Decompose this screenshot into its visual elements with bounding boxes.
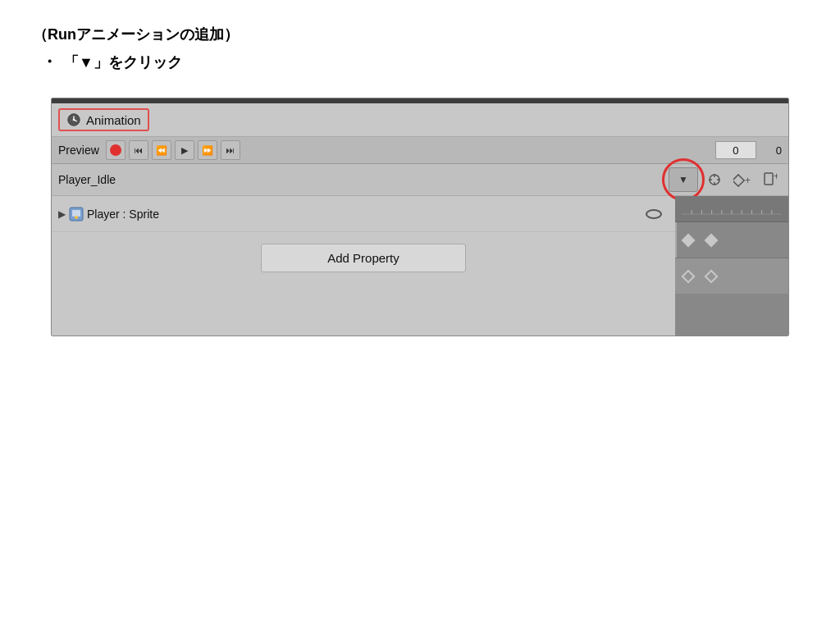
dropdown-btn-wrapper: ▼ xyxy=(669,167,698,192)
instruction-item-text: 「▼」をクリック xyxy=(64,52,182,72)
svg-text:+: + xyxy=(774,171,778,182)
animation-title-box: Animation xyxy=(58,108,149,131)
svg-rect-11 xyxy=(765,173,773,185)
main-area: ▶ Player : Sprite Add Property xyxy=(52,196,788,336)
svg-point-3 xyxy=(73,119,75,121)
dropdown-button[interactable]: ▼ xyxy=(669,167,698,192)
timeline-track-sprite xyxy=(675,258,788,294)
crosshair-icon xyxy=(706,171,723,188)
frame-label: 0 xyxy=(776,144,782,157)
animation-header: Animation xyxy=(52,103,788,137)
keyframe-diamond-1 xyxy=(682,233,696,247)
oval-icon xyxy=(646,209,662,219)
instruction-block: （Runアニメーションの追加） ・ 「▼」をクリック xyxy=(33,25,807,73)
diamond-plus-icon: + xyxy=(733,172,751,187)
clock-icon xyxy=(66,112,81,127)
animation-title-text: Animation xyxy=(86,113,141,127)
play-icon: ▶ xyxy=(181,145,188,156)
page-wrapper: （Runアニメーションの追加） ・ 「▼」をクリック Animation xyxy=(0,0,840,377)
instruction-item: ・ 「▼」をクリック xyxy=(41,51,807,73)
timeline-vertical-line xyxy=(675,222,677,258)
skip-to-start-button[interactable]: ⏮ xyxy=(129,140,148,160)
step-forward-icon: ⏩ xyxy=(202,145,213,156)
step-back-icon: ⏪ xyxy=(156,145,167,156)
add-event-button[interactable]: + xyxy=(759,168,782,191)
timeline-header-row xyxy=(675,196,788,222)
record-circle-icon xyxy=(110,144,121,156)
keyframe-diamond-outline-1 xyxy=(682,269,696,283)
timeline-ticks xyxy=(682,198,782,221)
dropdown-triangle-icon: ▼ xyxy=(678,174,688,185)
timeline-panel xyxy=(675,196,788,336)
clip-name: Player_Idle xyxy=(58,173,157,186)
skip-end-icon: ⏭ xyxy=(226,145,235,155)
play-button[interactable]: ▶ xyxy=(175,140,194,160)
instruction-title: （Runアニメーションの追加） xyxy=(33,25,807,44)
svg-rect-14 xyxy=(72,210,80,217)
skip-to-end-button[interactable]: ⏭ xyxy=(221,140,240,160)
add-property-row: Add Property xyxy=(52,232,675,284)
bullet-icon: ・ xyxy=(41,51,57,73)
svg-text:+: + xyxy=(745,175,751,186)
sprite-name: Player : Sprite xyxy=(87,208,646,221)
properties-panel: ▶ Player : Sprite Add Property xyxy=(52,196,675,336)
add-keyframe-button[interactable]: + xyxy=(731,168,754,191)
skip-start-icon: ⏮ xyxy=(134,145,143,155)
event-icon: + xyxy=(763,171,778,188)
preview-label: Preview xyxy=(58,144,99,157)
record-button[interactable] xyxy=(106,140,126,160)
clip-row: Player_Idle ▼ xyxy=(52,164,788,196)
unity-animation-panel: Animation Preview ⏮ ⏪ ▶ ⏩ xyxy=(51,98,789,336)
svg-point-15 xyxy=(75,216,78,219)
timeline-bottom xyxy=(675,294,788,336)
svg-rect-9 xyxy=(733,175,744,186)
step-back-button[interactable]: ⏪ xyxy=(152,140,171,160)
expand-arrow-icon[interactable]: ▶ xyxy=(58,208,66,220)
step-forward-button[interactable]: ⏩ xyxy=(198,140,217,160)
controls-row: Preview ⏮ ⏪ ▶ ⏩ ⏭ xyxy=(52,137,788,164)
keyframe-diamond-2 xyxy=(705,233,719,247)
sprite-icon xyxy=(69,207,84,221)
keyframe-diamond-outline-2 xyxy=(705,269,719,283)
crosshair-button[interactable] xyxy=(703,168,726,191)
sprite-row: ▶ Player : Sprite xyxy=(52,196,675,232)
timeline-track-idle xyxy=(675,222,788,258)
add-property-button[interactable]: Add Property xyxy=(261,244,466,272)
frame-input[interactable] xyxy=(715,141,756,159)
